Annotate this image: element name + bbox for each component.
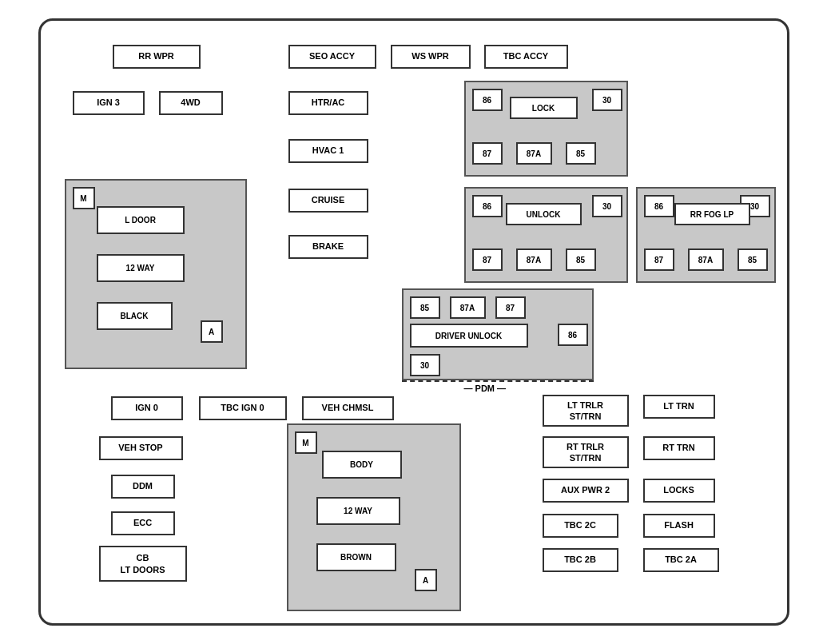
ldoor-group: M L DOOR 12 WAY BLACK A [65, 179, 247, 369]
ign3-box: IGN 3 [73, 91, 145, 115]
seo-accy-box: SEO ACCY [288, 45, 376, 69]
body-12way: 12 WAY [316, 497, 400, 525]
lock-30: 30 [592, 89, 622, 111]
htr-ac-box: HTR/AC [288, 91, 368, 115]
body-m: M [295, 431, 317, 454]
veh-chmsl-box: VEH CHMSL [302, 396, 394, 420]
body-label: BODY [322, 451, 402, 479]
rt-trlr-st-trn-box: RT TRLRST/TRN [543, 436, 629, 468]
hvac1-box: HVAC 1 [288, 139, 368, 163]
ign0-box: IGN 0 [111, 396, 183, 420]
ecc-box: ECC [111, 511, 175, 535]
lock-87a: 87A [516, 142, 552, 165]
lock-85: 85 [566, 142, 596, 165]
4wd-box: 4WD [159, 91, 223, 115]
body-brown: BROWN [316, 543, 396, 571]
cruise-box: CRUISE [288, 189, 368, 213]
ldoor-label: L DOOR [97, 206, 185, 234]
ldoor-12way: 12 WAY [97, 254, 185, 282]
du-86: 86 [558, 324, 588, 346]
unlock-relay-group: 86 30 UNLOCK 87 87A 85 [464, 187, 628, 283]
du-center: DRIVER UNLOCK [410, 324, 528, 348]
lock-87: 87 [472, 142, 503, 165]
locks-box: LOCKS [643, 479, 715, 503]
unlock-87a: 87A [516, 248, 552, 271]
unlock-30: 30 [592, 195, 622, 217]
driver-unlock-group: 85 87A 87 DRIVER UNLOCK 30 86 [402, 288, 594, 380]
flash-box: FLASH [643, 514, 715, 538]
tbc-2c-box: TBC 2C [543, 514, 618, 538]
tbc-ign0-box: TBC IGN 0 [199, 396, 287, 420]
unlock-86: 86 [472, 195, 503, 217]
du-85: 85 [410, 296, 440, 319]
tbc-2b-box: TBC 2B [543, 548, 618, 572]
lock-center: LOCK [510, 97, 578, 119]
rr-wpr-box: RR WPR [113, 45, 201, 69]
unlock-85: 85 [566, 248, 596, 271]
lt-trn-box: LT TRN [643, 395, 715, 419]
veh-stop-box: VEH STOP [99, 436, 183, 460]
tbc-2a-box: TBC 2A [643, 548, 719, 572]
fog-87: 87 [644, 248, 674, 271]
ldoor-a: A [201, 320, 223, 343]
unlock-center: UNLOCK [506, 203, 582, 225]
tbc-accy-box: TBC ACCY [484, 45, 568, 69]
cb-lt-doors-box: CBLT DOORS [99, 546, 187, 582]
pdm-label: — PDM — [464, 384, 507, 393]
rr-fog-relay-group: 86 30 RR FOG LP 87 87A 85 [636, 187, 776, 283]
lock-relay-group: 86 30 LOCK 87 87A 85 [464, 81, 628, 177]
ws-wpr-box: WS WPR [391, 45, 471, 69]
fog-center: RR FOG LP [674, 203, 750, 225]
du-87a: 87A [450, 296, 486, 319]
ldoor-black: BLACK [97, 302, 173, 330]
diagram-container: RR WPR SEO ACCY WS WPR TBC ACCY IGN 3 4W… [38, 18, 789, 626]
du-87: 87 [495, 296, 526, 319]
rt-trn-box: RT TRN [643, 436, 715, 460]
body-a: A [415, 569, 437, 591]
ddm-box: DDM [111, 475, 175, 499]
fog-86: 86 [644, 195, 674, 217]
du-30: 30 [410, 354, 440, 376]
fog-87a: 87A [688, 248, 724, 271]
aux-pwr2-box: AUX PWR 2 [543, 479, 629, 503]
brake-box: BRAKE [288, 235, 368, 259]
body-group: M BODY 12 WAY BROWN A [287, 423, 461, 611]
fog-85: 85 [738, 248, 768, 271]
pdm-line [402, 380, 594, 382]
unlock-87: 87 [472, 248, 503, 271]
ldoor-m: M [73, 187, 95, 209]
lock-86: 86 [472, 89, 503, 111]
lt-trlr-st-trn-box: LT TRLRST/TRN [543, 395, 629, 427]
